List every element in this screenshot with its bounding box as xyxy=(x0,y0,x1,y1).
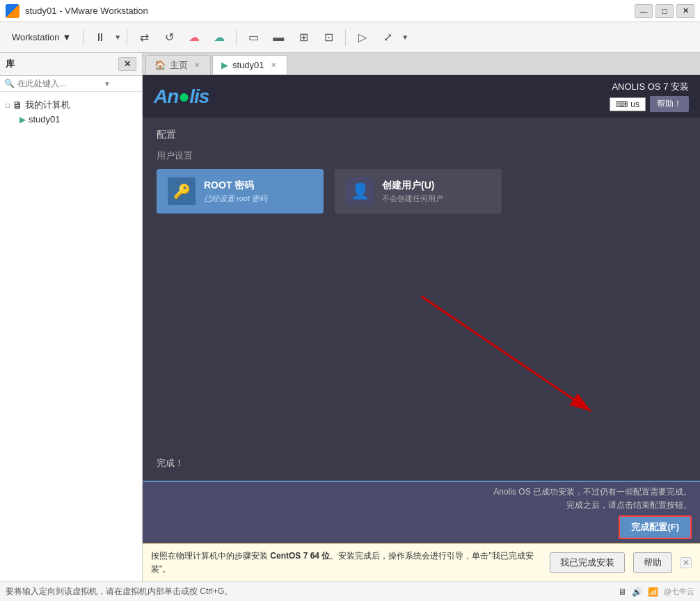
study01-tab-close[interactable]: ✕ xyxy=(269,61,278,70)
revert-button[interactable]: ☁ xyxy=(208,26,230,49)
keyboard-icon: ⌨ xyxy=(616,99,628,109)
user-card-subtitle: 不会创建任何用户 xyxy=(382,193,443,204)
toolbar-separator-3 xyxy=(236,29,237,46)
user-settings-label: 用户设置 xyxy=(157,150,686,162)
main-layout: 库 ✕ 🔍 ▼ □ 🖥 我的计算机 ▶ study01 xyxy=(0,53,700,582)
sidebar-search-area: 🔍 ▼ xyxy=(0,76,142,92)
vm-extra-text: @七牛云 xyxy=(664,586,694,597)
tab-study01[interactable]: ▶ study01 ✕ xyxy=(212,55,287,74)
workstation-menu-button[interactable]: Workstation ▼ xyxy=(6,26,77,49)
sidebar-close-button[interactable]: ✕ xyxy=(118,57,136,71)
toolbar-separator-1 xyxy=(83,29,83,46)
status-message: 要将输入定向到该虚拟机，请在虚拟机内部单击或按 Ctrl+G。 xyxy=(6,586,618,598)
sidebar-header: 库 ✕ xyxy=(0,53,142,76)
sidebar-title: 库 xyxy=(6,58,15,70)
user-card-text: 创建用户(U) 不会创建任何用户 xyxy=(382,179,443,204)
search-dropdown-icon[interactable]: ▼ xyxy=(104,80,111,88)
pause-button[interactable]: ⏸ xyxy=(89,26,111,49)
done-install-button[interactable]: 我已完成安装 xyxy=(550,552,625,573)
snapshot-button[interactable]: ☁ xyxy=(183,26,205,49)
maximize-button[interactable]: □ xyxy=(655,4,674,18)
vm-status-bar: Anolis OS 已成功安装，不过仍有一些配置需要完成。 完成之后，请点击结束… xyxy=(143,481,700,543)
root-card-title: ROOT 密码 xyxy=(204,179,267,192)
tab-home[interactable]: 🏠 主页 ✕ xyxy=(145,55,211,74)
lang-row: ⌨ us 帮助！ xyxy=(610,96,689,112)
content-area: 🏠 主页 ✕ ▶ study01 ✕ An●lis ANOLIS OS 7 安 xyxy=(143,53,700,582)
key-icon: 🔑 xyxy=(168,177,196,205)
pause-dropdown-arrow[interactable]: ▼ xyxy=(114,33,121,41)
console-button[interactable]: ▷ xyxy=(351,26,374,49)
view-unity-button[interactable]: ⊞ xyxy=(292,26,315,49)
installer-header: An●lis ANOLIS OS 7 安装 ⌨ us 帮助！ xyxy=(143,75,700,118)
installer-body: 配置 用户设置 🔑 ROOT 密码 已经设置 root 密码 xyxy=(143,118,700,481)
user-icon: 👤 xyxy=(346,177,374,205)
notification-text: 按照在物理计算机中的步骤安装 CentOS 7 64 位。安装完成后，操作系统会… xyxy=(151,550,541,576)
config-label: 配置 xyxy=(157,129,686,141)
user-card-title: 创建用户(U) xyxy=(382,179,443,192)
installer-top-right: ANOLIS OS 7 安装 ⌨ us 帮助！ xyxy=(610,81,689,112)
view-quick-button[interactable]: ▬ xyxy=(267,26,289,49)
notification-close-button[interactable]: ✕ xyxy=(681,557,692,568)
notification-help-button[interactable]: 帮助 xyxy=(633,552,672,573)
language-selector[interactable]: ⌨ us xyxy=(610,97,646,111)
sidebar-tree-children: ▶ study01 xyxy=(17,113,139,126)
stretch-button[interactable]: ⤢ xyxy=(376,26,399,49)
home-tab-icon: 🏠 xyxy=(154,60,166,70)
sidebar: 库 ✕ 🔍 ▼ □ 🖥 我的计算机 ▶ study01 xyxy=(0,53,143,582)
user-cards: 🔑 ROOT 密码 已经设置 root 密码 👤 创建用户(U) 不会创 xyxy=(157,169,686,214)
vmware-logo xyxy=(6,4,19,18)
window-title: study01 - VMware Workstation xyxy=(25,6,629,16)
toolbar: Workstation ▼ ⏸ ▼ ⇄ ↺ ☁ ☁ ▭ ▬ ⊞ ⊡ ▷ ⤢ ▼ xyxy=(0,22,700,53)
computer-icon: 🖥 xyxy=(13,99,22,111)
status-text-2: 完成之后，请点击结束配置按钮。 xyxy=(566,499,692,511)
workstation-label: Workstation xyxy=(12,32,59,42)
vm-network-icon: 📶 xyxy=(648,587,658,597)
create-user-card[interactable]: 👤 创建用户(U) 不会创建任何用户 xyxy=(335,169,502,214)
notif-text-1: 按照在物理计算机中的步骤安装 xyxy=(151,551,270,561)
finish-configuration-button[interactable]: 完成配置(F) xyxy=(619,515,692,539)
installer-ui: An●lis ANOLIS OS 7 安装 ⌨ us 帮助！ xyxy=(143,75,700,543)
window-controls: — □ ✕ xyxy=(635,4,694,18)
tabs-bar: 🏠 主页 ✕ ▶ study01 ✕ xyxy=(143,53,700,75)
root-password-card[interactable]: 🔑 ROOT 密码 已经设置 root 密码 xyxy=(157,169,324,214)
help-button[interactable]: 帮助！ xyxy=(650,96,689,112)
vm-screen-icon: 🖥 xyxy=(618,587,626,597)
anolis-logo: An●lis xyxy=(154,86,209,108)
lang-label: us xyxy=(630,99,639,109)
search-icon: 🔍 xyxy=(4,79,15,88)
toolbar-separator-2 xyxy=(127,29,127,46)
study01-tab-label: study01 xyxy=(232,60,264,70)
view-fullscreen-button[interactable]: ⊡ xyxy=(317,26,340,49)
power-button[interactable]: ↺ xyxy=(158,26,180,49)
study01-tab-icon: ▶ xyxy=(221,60,228,70)
home-tab-close[interactable]: ✕ xyxy=(192,61,202,70)
study01-label: study01 xyxy=(29,114,61,125)
view-normal-button[interactable]: ▭ xyxy=(242,26,264,49)
bottom-notification: 按照在物理计算机中的步骤安装 CentOS 7 64 位。安装完成后，操作系统会… xyxy=(143,543,700,582)
status-bar: 要将输入定向到该虚拟机，请在虚拟机内部单击或按 Ctrl+G。 🖥 🔊 📶 @七… xyxy=(0,582,700,601)
minimize-button[interactable]: — xyxy=(635,4,653,18)
sidebar-tree: □ 🖥 我的计算机 ▶ study01 xyxy=(0,92,142,582)
stretch-dropdown-arrow[interactable]: ▼ xyxy=(401,33,408,41)
sidebar-item-study01[interactable]: ▶ study01 xyxy=(17,113,139,126)
home-tab-label: 主页 xyxy=(170,59,188,72)
status-bar-icons: 🖥 🔊 📶 @七牛云 xyxy=(618,586,694,597)
installer-title: ANOLIS OS 7 安装 xyxy=(612,81,689,93)
title-bar: study01 - VMware Workstation — □ ✕ xyxy=(0,0,700,22)
installer-footer-area xyxy=(157,227,686,457)
my-computer-label: 我的计算机 xyxy=(25,99,70,111)
root-card-subtitle: 已经设置 root 密码 xyxy=(204,193,267,204)
root-card-text: ROOT 密码 已经设置 root 密码 xyxy=(204,179,267,204)
vm-content[interactable]: An●lis ANOLIS OS 7 安装 ⌨ us 帮助！ xyxy=(143,75,700,543)
vm-audio-icon: 🔊 xyxy=(632,587,642,597)
toolbar-separator-4 xyxy=(345,29,346,46)
red-arrow-overlay xyxy=(157,227,686,457)
sidebar-item-my-computer[interactable]: □ 🖥 我的计算机 xyxy=(3,97,139,113)
collapse-icon: □ xyxy=(6,102,10,109)
search-input[interactable] xyxy=(17,79,101,88)
status-text-1: Anolis OS 已成功安装，不过仍有一些配置需要完成。 xyxy=(493,486,692,498)
close-button[interactable]: ✕ xyxy=(676,4,694,18)
complete-text: 完成！ xyxy=(157,457,686,470)
vm-icon: ▶ xyxy=(19,115,26,125)
send-ctrl-alt-del-button[interactable]: ⇄ xyxy=(133,26,155,49)
